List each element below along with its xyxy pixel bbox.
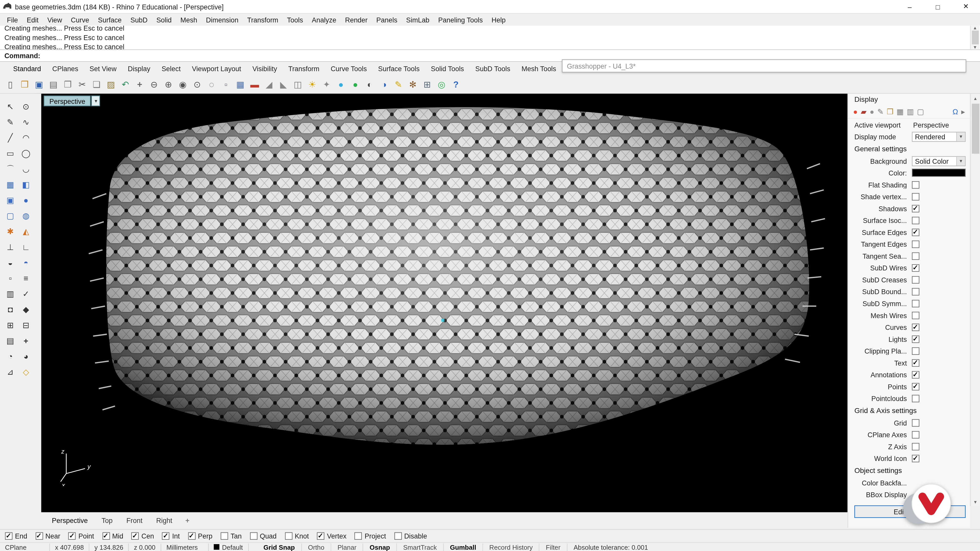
status-toggle[interactable]: Osnap: [363, 543, 397, 551]
panel-tab-icon[interactable]: ❒: [887, 107, 894, 116]
toolbar-icon[interactable]: ✂: [75, 77, 89, 91]
sidebar-tool-icon[interactable]: ⊞: [3, 318, 18, 332]
sidebar-tool-icon[interactable]: ╱: [3, 130, 18, 145]
setting-checkbox[interactable]: [912, 205, 919, 212]
panel-tab-icon[interactable]: ▰: [861, 107, 867, 116]
sidebar-tool-icon[interactable]: ✎: [3, 115, 18, 129]
command-scrollbar[interactable]: ▲ ▼: [970, 25, 980, 49]
toolbar-icon[interactable]: ◐: [363, 77, 377, 91]
sidebar-tool-icon[interactable]: ▣: [3, 193, 18, 207]
sidebar-tool-icon[interactable]: ⊿: [3, 365, 18, 379]
command-history[interactable]: Creating meshes... Press Esc to cancelCr…: [0, 25, 980, 50]
sidebar-tool-icon[interactable]: ⊥: [3, 240, 18, 254]
osnap-checkbox[interactable]: [317, 532, 325, 540]
red-logo-badge[interactable]: [902, 480, 953, 530]
toolbar-icon[interactable]: ▬: [248, 77, 262, 91]
sidebar-tool-icon[interactable]: ◔: [3, 349, 18, 364]
status-toggle[interactable]: Planar: [331, 543, 363, 551]
status-toggle[interactable]: Grid Snap: [257, 543, 302, 551]
toolbar-icon[interactable]: ▣: [32, 77, 46, 91]
osnap-toggle[interactable]: Point: [68, 532, 94, 540]
new-viewport-icon[interactable]: +: [185, 516, 189, 524]
status-toggle[interactable]: SmartTrack: [397, 543, 444, 551]
menu-item[interactable]: Solid: [152, 16, 176, 23]
viewport-title-label[interactable]: Perspective: [44, 96, 91, 106]
menu-item[interactable]: Help: [487, 16, 510, 23]
toolbar-tab[interactable]: Visibility: [247, 65, 283, 73]
toolbar-icon[interactable]: ▦: [233, 77, 247, 91]
scroll-up-icon[interactable]: ▲: [973, 25, 977, 30]
panel-tab-icon[interactable]: ✎: [877, 107, 884, 116]
minimize-button[interactable]: –: [896, 0, 924, 13]
osnap-checkbox[interactable]: [355, 532, 362, 540]
viewport-title-dropdown-icon[interactable]: ▼: [92, 96, 100, 106]
setting-checkbox[interactable]: [912, 276, 919, 283]
osnap-checkbox[interactable]: [102, 532, 110, 540]
toolbar-icon[interactable]: ❒: [18, 77, 32, 91]
sidebar-tool-icon[interactable]: ◭: [19, 224, 33, 238]
viewport-tab[interactable]: Front: [119, 516, 149, 524]
osnap-toggle[interactable]: Perp: [188, 532, 212, 540]
panel-scrollbar[interactable]: ▲ ▼: [970, 94, 980, 506]
display-mode-select[interactable]: Rendered ▼: [912, 132, 966, 141]
sidebar-tool-icon[interactable]: ◍: [19, 209, 33, 223]
menu-item[interactable]: File: [3, 16, 22, 23]
sidebar-tool-icon[interactable]: ↖: [3, 99, 18, 114]
toolbar-tab[interactable]: Set View: [84, 65, 122, 73]
osnap-toggle[interactable]: Knot: [285, 532, 309, 540]
toolbar-tab[interactable]: Transform: [283, 65, 325, 73]
panel-tab-icon[interactable]: ▢: [917, 107, 924, 116]
units-indicator[interactable]: Millimeters: [161, 543, 209, 551]
toolbar-tab[interactable]: CPlanes: [47, 65, 84, 73]
toolbar-icon[interactable]: ◎: [434, 77, 449, 91]
scroll-down-icon[interactable]: ▼: [973, 45, 977, 49]
setting-checkbox[interactable]: [912, 359, 919, 366]
osnap-checkbox[interactable]: [250, 532, 257, 540]
toolbar-icon[interactable]: ◣: [276, 77, 290, 91]
background-select[interactable]: Solid Color ▼: [912, 156, 966, 166]
close-button[interactable]: ✕: [952, 0, 980, 13]
toolbar-icon[interactable]: ▫: [219, 77, 233, 91]
maximize-button[interactable]: □: [924, 0, 952, 13]
setting-checkbox[interactable]: [912, 419, 919, 426]
menu-item[interactable]: Mesh: [176, 16, 202, 23]
osnap-toggle[interactable]: Disable: [394, 532, 427, 540]
toolbar-tab[interactable]: Viewport Layout: [186, 65, 247, 73]
toolbar-icon[interactable]: ▯: [3, 77, 18, 91]
sidebar-tool-icon[interactable]: ◇: [19, 365, 33, 379]
status-toggle[interactable]: Gumball: [444, 543, 483, 551]
toolbar-icon[interactable]: ◉: [176, 77, 190, 91]
sidebar-tool-icon[interactable]: ▢: [3, 209, 18, 223]
sidebar-tool-icon[interactable]: ◒: [3, 256, 18, 270]
menu-item[interactable]: Surface: [94, 16, 126, 23]
osnap-checkbox[interactable]: [188, 532, 195, 540]
sidebar-tool-icon[interactable]: ✓: [19, 287, 33, 301]
setting-checkbox[interactable]: [912, 217, 919, 224]
chevron-down-icon[interactable]: ▼: [956, 156, 965, 165]
toolbar-icon[interactable]: +: [132, 77, 147, 91]
viewport-canvas[interactable]: Perspective ▼ z y x: [41, 94, 848, 512]
status-toggle[interactable]: Ortho: [302, 543, 331, 551]
osnap-checkbox[interactable]: [131, 532, 139, 540]
toolbar-icon[interactable]: ?: [449, 77, 463, 91]
setting-checkbox[interactable]: [912, 228, 919, 236]
menu-item[interactable]: Transform: [243, 16, 283, 23]
viewport-tab[interactable]: Perspective: [45, 516, 95, 524]
osnap-toggle[interactable]: Tan: [221, 532, 242, 540]
toolbar-icon[interactable]: ●: [348, 77, 363, 91]
viewport-tab[interactable]: Top: [95, 516, 119, 524]
toolbar-tab[interactable]: SubD Tools: [469, 65, 516, 73]
sidebar-tool-icon[interactable]: ◓: [19, 256, 33, 270]
toolbar-tab[interactable]: Curve Tools: [325, 65, 372, 73]
toolbar-icon[interactable]: ⊙: [190, 77, 204, 91]
osnap-toggle[interactable]: Int: [162, 532, 180, 540]
toolbar-tab[interactable]: Standard: [7, 65, 46, 73]
menu-item[interactable]: Analyze: [307, 16, 341, 23]
sidebar-tool-icon[interactable]: ▭: [3, 146, 18, 160]
osnap-toggle[interactable]: Project: [355, 532, 386, 540]
menu-item[interactable]: Paneling Tools: [434, 16, 487, 23]
menu-item[interactable]: View: [43, 16, 66, 23]
osnap-toggle[interactable]: Cen: [131, 532, 154, 540]
toolbar-tab[interactable]: Solid Tools: [425, 65, 469, 73]
sidebar-tool-icon[interactable]: ◯: [19, 146, 33, 160]
